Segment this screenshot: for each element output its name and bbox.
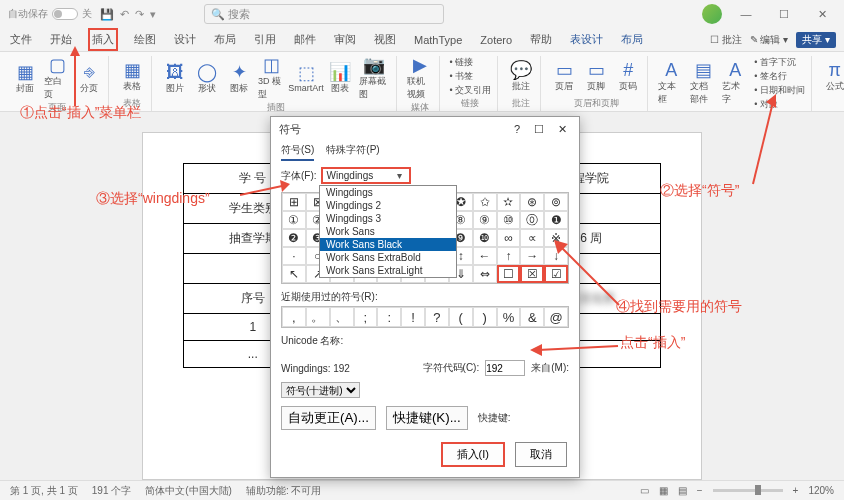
autosave-toggle[interactable]: 自动保存 关: [8, 7, 92, 21]
dialog-titlebar[interactable]: 符号 ? ☐ ✕: [271, 117, 579, 141]
ribbon-button[interactable]: ◯形状: [194, 63, 220, 95]
view-print-icon[interactable]: ▦: [659, 485, 668, 496]
tab-layout[interactable]: 布局: [212, 30, 238, 49]
tab-zotero[interactable]: Zotero: [478, 32, 514, 48]
recent-symbol-cell[interactable]: 、: [330, 307, 354, 327]
ribbon-button[interactable]: 📊图表: [327, 63, 353, 95]
undo-icon[interactable]: ↶: [120, 8, 129, 21]
ribbon-small-item[interactable]: • 书签: [450, 70, 492, 83]
ribbon-button[interactable]: ▤文档部件: [690, 61, 716, 106]
ribbon-button[interactable]: 📷屏幕截图: [359, 56, 389, 101]
redo-icon[interactable]: ↷: [135, 8, 144, 21]
symbol-cell[interactable]: ✩: [473, 193, 497, 211]
dialog-tab-special[interactable]: 特殊字符(P): [326, 141, 379, 161]
from-select[interactable]: 符号(十进制): [281, 382, 360, 398]
symbol-cell[interactable]: ❶: [544, 211, 568, 229]
recent-symbol-cell[interactable]: 。: [306, 307, 330, 327]
dialog-tab-symbol[interactable]: 符号(S): [281, 141, 314, 161]
dialog-help-icon[interactable]: ?: [510, 123, 524, 136]
recent-symbol-cell[interactable]: :: [377, 307, 401, 327]
minimize-button[interactable]: —: [732, 8, 760, 20]
symbol-cell[interactable]: ☐: [497, 265, 521, 283]
recent-symbol-cell[interactable]: ,: [282, 307, 306, 327]
symbol-cell[interactable]: ∞: [497, 229, 521, 247]
ribbon-button[interactable]: ▦封面: [12, 63, 38, 95]
symbol-cell[interactable]: ↖: [282, 265, 306, 283]
symbol-cell[interactable]: ⓪: [520, 211, 544, 229]
ribbon-button[interactable]: π公式: [822, 61, 844, 93]
insert-button[interactable]: 插入(I): [441, 442, 505, 467]
symbol-cell[interactable]: ↑: [497, 247, 521, 265]
symbol-cell[interactable]: ⊚: [544, 193, 568, 211]
symbol-cell[interactable]: ·: [282, 247, 306, 265]
ribbon-button[interactable]: 💬批注: [508, 61, 534, 93]
tab-references[interactable]: 引用: [252, 30, 278, 49]
word-count[interactable]: 191 个字: [92, 484, 131, 498]
tab-table-layout[interactable]: 布局: [619, 30, 645, 49]
symbol-cell[interactable]: ①: [282, 211, 306, 229]
symbol-cell[interactable]: ←: [473, 247, 497, 265]
recent-symbol-cell[interactable]: (: [449, 307, 473, 327]
search-box[interactable]: 🔍 搜索: [204, 4, 444, 24]
dialog-close-icon[interactable]: ✕: [554, 123, 571, 136]
dialog-maximize-icon[interactable]: ☐: [530, 123, 548, 136]
shortcut-button[interactable]: 快捷键(K)...: [386, 406, 468, 430]
symbol-cell[interactable]: →: [520, 247, 544, 265]
ribbon-button[interactable]: ▶联机视频: [407, 56, 433, 101]
font-option[interactable]: Wingdings 2: [320, 199, 456, 212]
charcode-input[interactable]: [485, 360, 525, 376]
ribbon-small-item[interactable]: • 签名行: [754, 70, 805, 83]
tab-mathtype[interactable]: MathType: [412, 32, 464, 48]
ribbon-small-item[interactable]: • 交叉引用: [450, 84, 492, 97]
font-option[interactable]: Work Sans Black: [320, 238, 456, 251]
recent-symbol-cell[interactable]: ;: [354, 307, 378, 327]
zoom-in-icon[interactable]: +: [793, 485, 799, 496]
ribbon-button[interactable]: ◫3D 模型: [258, 56, 285, 101]
symbol-cell[interactable]: ❿: [473, 229, 497, 247]
accessibility-status[interactable]: 辅助功能: 不可用: [246, 484, 322, 498]
ribbon-button[interactable]: #页码: [615, 61, 641, 93]
symbol-cell[interactable]: ☒: [520, 265, 544, 283]
symbol-cell[interactable]: ⑩: [497, 211, 521, 229]
share-button[interactable]: 共享 ▾: [796, 32, 836, 48]
view-focus-icon[interactable]: ▭: [640, 485, 649, 496]
ribbon-button[interactable]: ▦表格: [119, 61, 145, 93]
font-option[interactable]: Work Sans: [320, 225, 456, 238]
qat-dropdown-icon[interactable]: ▾: [150, 8, 156, 21]
tab-view[interactable]: 视图: [372, 30, 398, 49]
autocorrect-button[interactable]: 自动更正(A)...: [281, 406, 376, 430]
recent-symbol-cell[interactable]: %: [497, 307, 521, 327]
ribbon-button[interactable]: A文本框: [658, 61, 684, 106]
symbol-cell[interactable]: ⊛: [520, 193, 544, 211]
save-icon[interactable]: 💾: [100, 8, 114, 21]
font-option[interactable]: Wingdings 3: [320, 212, 456, 225]
tab-table-design[interactable]: 表设计: [568, 30, 605, 49]
symbol-cell[interactable]: ⑨: [473, 211, 497, 229]
tab-file[interactable]: 文件: [8, 30, 34, 49]
recent-symbol-cell[interactable]: ): [473, 307, 497, 327]
font-option[interactable]: Work Sans ExtraLight: [320, 264, 456, 277]
symbol-cell[interactable]: ❷: [282, 229, 306, 247]
symbol-cell[interactable]: ∝: [520, 229, 544, 247]
maximize-button[interactable]: ☐: [770, 8, 798, 21]
recent-symbol-cell[interactable]: ?: [425, 307, 449, 327]
user-avatar[interactable]: [702, 4, 722, 24]
ribbon-small-item[interactable]: • 首字下沉: [754, 56, 805, 69]
ribbon-button[interactable]: ✦图标: [226, 63, 252, 95]
recent-symbol-cell[interactable]: !: [401, 307, 425, 327]
tab-help[interactable]: 帮助: [528, 30, 554, 49]
tab-draw[interactable]: 绘图: [132, 30, 158, 49]
font-option[interactable]: Work Sans ExtraBold: [320, 251, 456, 264]
ribbon-button[interactable]: ▭页眉: [551, 61, 577, 93]
ribbon-button[interactable]: ▭页脚: [583, 61, 609, 93]
tab-review[interactable]: 审阅: [332, 30, 358, 49]
zoom-out-icon[interactable]: −: [697, 485, 703, 496]
comments-button[interactable]: ☐ 批注: [710, 33, 742, 47]
ribbon-button[interactable]: 🖼图片: [162, 63, 188, 95]
editing-mode[interactable]: ✎ 编辑 ▾: [750, 33, 789, 47]
recent-symbol-cell[interactable]: @: [544, 307, 568, 327]
tab-insert[interactable]: 插入: [88, 28, 118, 51]
close-button[interactable]: ✕: [808, 8, 836, 21]
cancel-button[interactable]: 取消: [515, 442, 567, 467]
recent-symbol-cell[interactable]: &: [520, 307, 544, 327]
